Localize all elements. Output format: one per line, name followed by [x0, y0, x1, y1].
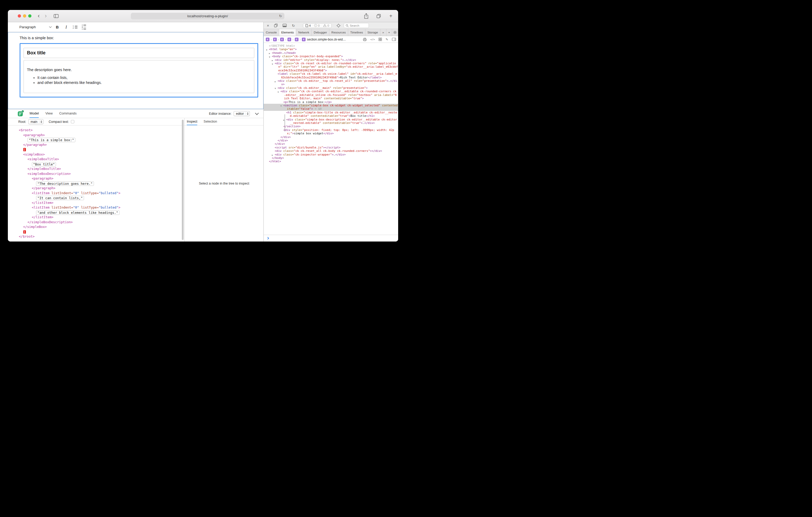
close-window-button[interactable] — [18, 14, 21, 18]
grid-overlay-button[interactable] — [379, 38, 382, 41]
dom-tree-line[interactable]: ▶<div id="editor" style="display: none;"… — [264, 58, 398, 62]
dom-tree-line[interactable]: </div> — [264, 142, 398, 146]
editor-editable[interactable]: This is a simple box: Box title The desc… — [8, 32, 263, 109]
expanded-arrow-icon[interactable]: ▼ — [281, 104, 282, 108]
list-item[interactable]: It can contain lists, — [37, 75, 251, 80]
model-tree-line[interactable]: <listItem listIndent="0" listType="bulle… — [19, 205, 181, 210]
dom-tree-line[interactable]: <h1 class="simple-box-title ck-editor__e… — [264, 111, 398, 118]
zoom-window-button[interactable] — [28, 14, 31, 18]
quick-console[interactable] — [264, 235, 398, 242]
breadcrumb-element-badge[interactable]: E — [273, 38, 277, 41]
inspector-tab-timelines[interactable]: Timelines — [348, 29, 366, 36]
model-tree-line[interactable]: <listItem listIndent="0" listType="bulle… — [19, 191, 181, 196]
model-tree-line[interactable]: <simpleBox> — [19, 152, 181, 157]
model-tree-line[interactable]: <paragraph> — [19, 133, 181, 138]
detail-tab-selection[interactable]: Selection — [204, 118, 217, 125]
collapse-inspector-button[interactable] — [255, 111, 259, 115]
new-tab-button[interactable]: + — [388, 12, 394, 20]
paragraph-dropdown[interactable]: Paragraph — [19, 24, 51, 31]
dom-tree-line[interactable]: </section> — [264, 125, 398, 128]
model-tree-line[interactable]: </simpleBox> — [19, 224, 181, 230]
reload-icon[interactable]: ↻ — [279, 14, 282, 18]
print-styles-button[interactable] — [363, 38, 367, 41]
tab-overview-button[interactable] — [375, 12, 382, 20]
inspector-tab-network[interactable]: Network — [296, 29, 312, 36]
bulleted-list-button[interactable] — [81, 24, 87, 31]
dom-tree-line[interactable]: <script src="dist/bundle.js"></script> — [264, 146, 398, 149]
model-tree-line[interactable]: "Box title" — [19, 162, 181, 167]
model-tree-line[interactable]: </listItem> — [19, 215, 181, 220]
share-button[interactable] — [363, 12, 369, 20]
inspector-tab-commands[interactable]: Commands — [59, 109, 77, 118]
simple-box-title[interactable]: Box title — [24, 48, 254, 58]
dom-tree-line[interactable]: <div class="ck ck-reset_all ck-body ck-r… — [264, 149, 398, 153]
simple-box-description[interactable]: The description goes here. It can contai… — [24, 60, 254, 93]
add-tab-button[interactable]: + — [386, 29, 393, 36]
dom-tree-line[interactable]: </div> — [264, 135, 398, 139]
bold-button[interactable]: B — [54, 24, 60, 31]
inspector-tab-model[interactable]: Model — [30, 109, 39, 118]
overflow-tabs-button[interactable]: » — [380, 29, 386, 36]
intro-paragraph[interactable]: This is a simple box: — [20, 36, 258, 40]
inspector-tab-resources[interactable]: Resources — [329, 29, 348, 36]
collapsed-arrow-icon[interactable]: ▶ — [275, 80, 276, 83]
dom-tree-line[interactable]: ▼<body class="ck-inspector-body-expanded… — [264, 55, 398, 58]
inspector-tab-elements[interactable]: Elements — [279, 29, 296, 36]
dom-tree-line[interactable]: </html> — [264, 160, 398, 163]
model-tree-line[interactable]: <simpleBoxDescription> — [19, 172, 181, 176]
detach-window-button[interactable] — [274, 24, 278, 27]
italic-button[interactable]: I — [63, 24, 69, 31]
inspector-tab-storage[interactable]: Storage — [366, 29, 380, 36]
list-item[interactable]: and other block elements like headings. — [37, 80, 251, 85]
model-tree-line[interactable]: "The description goes here." — [19, 181, 181, 186]
breadcrumb-element-badge[interactable]: E — [288, 38, 291, 41]
model-tree-line[interactable]: </simpleBoxDescription> — [19, 220, 181, 225]
close-inspector-button[interactable]: × — [267, 23, 269, 28]
dock-bottom-button[interactable] — [283, 24, 287, 27]
search-input[interactable]: Search — [344, 23, 369, 28]
root-select[interactable]: main — [28, 119, 44, 124]
dom-tree-line[interactable]: ▼<div class="ck ck-content ck-editor__ed… — [264, 90, 398, 100]
breadcrumb-element-badge[interactable]: E — [302, 38, 306, 41]
back-button[interactable]: ‹ — [35, 12, 42, 20]
breadcrumb-selected-node[interactable]: section.simple-box.ck-wid… — [307, 38, 346, 41]
breadcrumb-element-badge[interactable]: E — [266, 38, 269, 41]
model-tree-line[interactable]: ] — [19, 230, 181, 235]
model-tree-line[interactable]: "This is a simple box:" — [19, 138, 181, 143]
dom-tree-line[interactable]: <div style="position: fixed; top: 0px; l… — [264, 128, 398, 135]
model-tree-line[interactable]: <$root> — [19, 128, 181, 133]
editor-instance-select[interactable]: editor — [234, 111, 250, 116]
inspector-tab-console[interactable]: Console — [264, 29, 279, 36]
detail-tab-inspect[interactable]: Inspect — [187, 118, 197, 125]
dom-tree-line[interactable]: ▶<head>…</head> — [264, 51, 398, 55]
dom-tree-line[interactable]: ▶<div class="ck ck-editor__top ck-reset_… — [264, 79, 398, 86]
numbered-list-button[interactable]: 1 2 — [72, 24, 78, 31]
tab-count-badge[interactable]: 4 — [306, 24, 311, 27]
model-tree-line[interactable]: </paragraph> — [19, 186, 181, 191]
forward-button[interactable]: › — [42, 12, 49, 20]
dom-tree-line[interactable]: ▶<div class="ck-inspector-wrapper">…</di… — [264, 153, 398, 156]
element-picker-button[interactable] — [337, 24, 341, 28]
dom-tree-line[interactable]: </body> — [264, 156, 398, 160]
dom-tree-line[interactable]: ▼<div class="ck ck-editor__main" role="p… — [264, 86, 398, 90]
inspector-tab-view[interactable]: View — [45, 109, 53, 118]
model-tree-line[interactable]: </listItem> — [19, 201, 181, 206]
toggle-details-sidebar-button[interactable] — [392, 38, 396, 41]
model-tree-line[interactable]: "and other block elements like headings.… — [19, 210, 181, 215]
expanded-arrow-icon[interactable]: ▼ — [272, 62, 273, 66]
simple-box-widget[interactable]: Box title The description goes here. It … — [20, 43, 258, 97]
collapsed-arrow-icon[interactable]: ▶ — [283, 118, 285, 122]
breadcrumb-element-badge[interactable]: E — [280, 38, 284, 41]
minimize-window-button[interactable] — [23, 14, 26, 18]
breadcrumb-element-badge[interactable]: E — [295, 38, 298, 41]
model-tree-line[interactable]: <paragraph> — [19, 176, 181, 181]
dom-tree-line[interactable]: <p>This is a simple box:</p> — [264, 100, 398, 104]
dom-tree-line[interactable]: ▼<section class="simple-box ck-widget ck… — [264, 104, 398, 111]
compact-text-checkbox[interactable] — [71, 120, 74, 123]
inspector-tab-debugger[interactable]: Debugger — [312, 29, 329, 36]
edit-html-button[interactable]: ✎ — [385, 38, 388, 41]
model-tree-line[interactable]: <simpleBoxTitle> — [19, 157, 181, 162]
sidebar-button[interactable] — [52, 12, 60, 19]
model-tree-line[interactable]: [ — [19, 147, 181, 152]
description-paragraph[interactable]: The description goes here. — [27, 68, 251, 72]
